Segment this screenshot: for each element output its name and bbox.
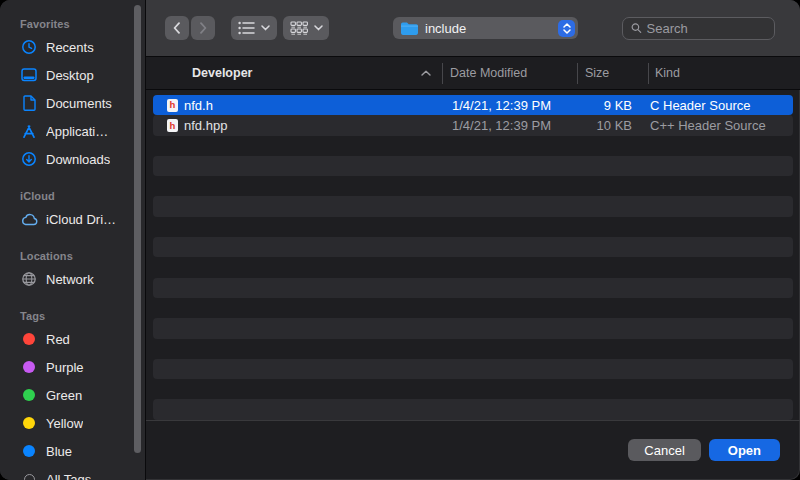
- file-kind: C Header Source: [648, 98, 793, 113]
- empty-row: [153, 176, 793, 196]
- table-header: Developer Date Modified Size Kind: [146, 57, 800, 90]
- sidebar-item-downloads[interactable]: Downloads: [0, 145, 145, 173]
- column-header-date-modified[interactable]: Date Modified: [442, 57, 577, 89]
- sidebar-item-label: Desktop: [46, 68, 94, 83]
- back-button[interactable]: [165, 16, 189, 40]
- sidebar-item-label: Downloads: [46, 152, 110, 167]
- search-field[interactable]: [622, 17, 775, 40]
- sidebar-item-icloud-drive[interactable]: iCloud Dri…: [0, 205, 145, 233]
- empty-row: [153, 359, 793, 379]
- circle-outline-icon: [24, 474, 35, 480]
- column-header-name[interactable]: Developer: [146, 57, 442, 89]
- magnifier-icon: [631, 22, 642, 34]
- empty-row: [153, 318, 793, 338]
- search-input[interactable]: [647, 21, 766, 36]
- yellow-tag-icon: [23, 417, 35, 429]
- icon-view-button[interactable]: [283, 16, 329, 40]
- list-view-button[interactable]: [231, 16, 277, 40]
- sidebar-item-tag-green[interactable]: Green: [0, 381, 145, 409]
- view-controls: [231, 16, 329, 40]
- sidebar-item-network[interactable]: Network: [0, 265, 145, 293]
- sort-ascending-icon: [421, 70, 431, 76]
- empty-row: [153, 339, 793, 359]
- sidebar-item-tag-blue[interactable]: Blue: [0, 437, 145, 465]
- header-file-icon: h: [167, 119, 178, 132]
- app-store-icon: [20, 123, 38, 139]
- sidebar-item-label: Network: [46, 272, 94, 287]
- sidebar-item-tag-purple[interactable]: Purple: [0, 353, 145, 381]
- sidebar-item-all-tags[interactable]: All Tags: [0, 465, 145, 480]
- file-date-modified: 1/4/21, 12:39 PM: [442, 118, 577, 133]
- empty-row: [153, 196, 793, 216]
- toolbar: include: [146, 0, 800, 57]
- folder-icon: [400, 21, 419, 36]
- file-size: 9 KB: [577, 98, 648, 113]
- empty-row: [153, 217, 793, 237]
- empty-row: [153, 257, 793, 277]
- current-folder-label: include: [425, 21, 558, 36]
- file-date-modified: 1/4/21, 12:39 PM: [442, 98, 577, 113]
- sidebar-item-tag-yellow[interactable]: Yellow: [0, 409, 145, 437]
- sidebar-item-documents[interactable]: Documents: [0, 89, 145, 117]
- cloud-icon: [20, 211, 38, 227]
- file-kind: C++ Header Source: [648, 118, 793, 133]
- file-list: h nfd.h 1/4/21, 12:39 PM 9 KB C Header S…: [146, 90, 800, 420]
- globe-icon: [20, 271, 38, 287]
- column-header-kind[interactable]: Kind: [648, 57, 800, 89]
- dialog-content: include Developer Date Modified Size Kin…: [145, 0, 800, 480]
- sidebar-item-label: Applicati…: [46, 124, 108, 139]
- file-size: 10 KB: [577, 118, 648, 133]
- open-file-dialog: Favorites Recents Desktop Documents Appl…: [0, 0, 800, 480]
- empty-row: [153, 298, 793, 318]
- dropdown-stepper-icon: [558, 20, 575, 37]
- empty-row: [153, 136, 793, 156]
- chevron-down-icon: [314, 25, 323, 31]
- sidebar-item-label: Purple: [46, 360, 84, 375]
- column-header-size[interactable]: Size: [577, 57, 648, 89]
- sidebar-section-favorites: Favorites: [0, 15, 145, 33]
- dialog-footer: Cancel Open: [146, 420, 800, 480]
- sidebar-item-label: Documents: [46, 96, 112, 111]
- sidebar-item-label: Red: [46, 332, 70, 347]
- sidebar-item-desktop[interactable]: Desktop: [0, 61, 145, 89]
- empty-row: [153, 156, 793, 176]
- sidebar-item-label: Blue: [46, 444, 72, 459]
- purple-tag-icon: [23, 361, 35, 373]
- cancel-button[interactable]: Cancel: [628, 439, 700, 461]
- chevron-left-icon: [173, 22, 181, 34]
- forward-button[interactable]: [191, 16, 215, 40]
- sidebar-section-icloud: iCloud: [0, 187, 145, 205]
- header-file-icon: h: [167, 99, 178, 112]
- open-button[interactable]: Open: [709, 439, 780, 461]
- empty-row: [153, 278, 793, 298]
- sidebar-section-tags: Tags: [0, 307, 145, 325]
- sidebar-section-locations: Locations: [0, 247, 145, 265]
- sidebar-item-applications[interactable]: Applicati…: [0, 117, 145, 145]
- document-icon: [20, 95, 38, 111]
- list-view-icon: [238, 21, 255, 35]
- file-name: nfd.h: [184, 98, 213, 113]
- download-circle-icon: [20, 151, 38, 167]
- file-name: nfd.hpp: [184, 118, 227, 133]
- file-row-nfd-h[interactable]: h nfd.h 1/4/21, 12:39 PM 9 KB C Header S…: [153, 95, 793, 115]
- file-row-nfd-hpp[interactable]: h nfd.hpp 1/4/21, 12:39 PM 10 KB C++ Hea…: [153, 115, 793, 135]
- current-folder-dropdown[interactable]: include: [393, 17, 578, 39]
- empty-row: [153, 379, 793, 399]
- chevron-down-icon: [261, 25, 270, 31]
- sidebar-item-label: Green: [46, 388, 82, 403]
- sidebar-item-label: iCloud Dri…: [46, 212, 116, 227]
- sidebar: Favorites Recents Desktop Documents Appl…: [0, 0, 145, 480]
- sidebar-item-label: Yellow: [46, 416, 83, 431]
- sidebar-scrollbar[interactable]: [134, 5, 141, 453]
- sidebar-item-tag-red[interactable]: Red: [0, 325, 145, 353]
- desktop-icon: [20, 67, 38, 83]
- chevron-right-icon: [199, 22, 207, 34]
- red-tag-icon: [23, 333, 35, 345]
- sidebar-item-label: All Tags: [46, 472, 91, 480]
- sidebar-item-label: Recents: [46, 40, 94, 55]
- green-tag-icon: [23, 389, 35, 401]
- blue-tag-icon: [23, 445, 35, 457]
- icon-view-icon: [290, 21, 308, 35]
- sidebar-item-recents[interactable]: Recents: [0, 33, 145, 61]
- empty-row: [153, 399, 793, 419]
